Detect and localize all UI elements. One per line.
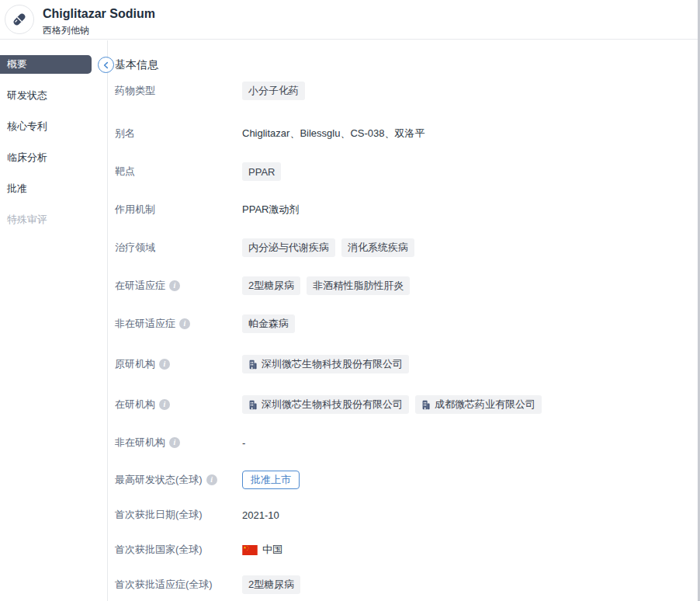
- page-title: Chiglitazar Sodium: [43, 7, 155, 21]
- field-value-text: -: [242, 437, 245, 449]
- field-row: 最高研发状态(全球)i批准上市: [115, 471, 685, 489]
- info-icon[interactable]: i: [179, 318, 190, 329]
- sidebar-item-3[interactable]: 临床分析: [0, 148, 92, 167]
- building-icon: [248, 400, 258, 410]
- chevron-left-icon: [102, 61, 111, 70]
- info-icon[interactable]: i: [169, 280, 180, 291]
- field-label: 非在研适应症i: [115, 317, 242, 331]
- info-icon[interactable]: i: [159, 399, 170, 410]
- field-label: 首次获批适应症(全球): [115, 578, 242, 592]
- building-icon: [421, 400, 431, 410]
- value-tag[interactable]: 内分泌与代谢疾病: [242, 238, 335, 257]
- field-label-text: 药物类型: [115, 84, 155, 98]
- sidebar: 概要研发状态核心专利临床分析批准特殊审评: [0, 40, 108, 601]
- field-row: 别名Chiglitazar、Bilessglu、CS-038、双洛平: [115, 124, 685, 143]
- field-label: 非在研机构i: [115, 436, 242, 450]
- field-row: 首次获批国家(全球)中国: [115, 540, 685, 559]
- field-label: 作用机制: [115, 203, 242, 217]
- value-tag[interactable]: 2型糖尿病: [242, 276, 300, 295]
- field-value-text: Chiglitazar、Bilessglu、CS-038、双洛平: [242, 127, 425, 141]
- building-icon: [248, 360, 258, 370]
- field-label: 在研机构i: [115, 398, 242, 412]
- value-tag[interactable]: 消化系统疾病: [341, 238, 414, 257]
- field-label: 首次获批日期(全球): [115, 508, 242, 522]
- field-value: 中国: [242, 543, 282, 557]
- value-tag[interactable]: 小分子化药: [242, 82, 305, 100]
- field-label-text: 靶点: [115, 165, 135, 179]
- field-row: 原研机构i深圳微芯生物科技股份有限公司: [115, 355, 685, 373]
- info-icon[interactable]: i: [159, 359, 170, 370]
- field-label-text: 原研机构: [115, 357, 155, 371]
- field-value: -: [242, 437, 245, 449]
- sidebar-item-1[interactable]: 研发状态: [0, 86, 92, 105]
- field-label: 治疗领域: [115, 241, 242, 255]
- field-row: 药物类型小分子化药: [115, 82, 685, 100]
- info-icon[interactable]: i: [169, 437, 180, 448]
- organization-tag[interactable]: 成都微芯药业有限公司: [415, 395, 542, 414]
- field-value: 2型糖尿病: [242, 575, 300, 594]
- china-flag-icon: [242, 545, 258, 555]
- field-label-text: 首次获批日期(全球): [115, 508, 203, 522]
- field-row: 治疗领域内分泌与代谢疾病消化系统疾病: [115, 238, 685, 257]
- sidebar-item-4[interactable]: 批准: [0, 179, 92, 198]
- value-tag[interactable]: 非酒精性脂肪性肝炎: [307, 276, 410, 295]
- field-row: 作用机制PPAR激动剂: [115, 200, 685, 219]
- field-label: 最高研发状态(全球)i: [115, 473, 242, 487]
- field-label-text: 最高研发状态(全球): [115, 473, 203, 487]
- status-badge[interactable]: 批准上市: [242, 471, 300, 489]
- field-label-text: 别名: [115, 127, 135, 141]
- organization-tag[interactable]: 深圳微芯生物科技股份有限公司: [242, 395, 409, 414]
- sidebar-item-0[interactable]: 概要: [0, 55, 92, 74]
- field-label: 靶点: [115, 165, 242, 179]
- field-row: 非在研适应症i帕金森病: [115, 314, 685, 333]
- field-row: 首次获批日期(全球)2021-10: [115, 505, 685, 524]
- page-subtitle: 西格列他钠: [43, 24, 89, 37]
- field-row: 靶点PPAR: [115, 162, 685, 181]
- field-label-text: 首次获批适应症(全球): [115, 578, 213, 592]
- field-value: 小分子化药: [242, 82, 305, 100]
- field-value: PPAR激动剂: [242, 203, 299, 217]
- field-value: 内分泌与代谢疾病消化系统疾病: [242, 238, 414, 257]
- value-tag[interactable]: 帕金森病: [242, 314, 295, 333]
- main-content: 基本信息 药物类型小分子化药别名Chiglitazar、Bilessglu、CS…: [108, 40, 698, 601]
- page-header: Chiglitazar Sodium 西格列他钠: [0, 0, 698, 40]
- sidebar-item-2[interactable]: 核心专利: [0, 117, 92, 136]
- info-icon[interactable]: i: [206, 474, 217, 485]
- field-row: 首次获批适应症(全球)2型糖尿病: [115, 575, 685, 594]
- field-label-text: 作用机制: [115, 203, 155, 217]
- field-row: 非在研机构i-: [115, 433, 685, 452]
- field-label-text: 在研适应症: [115, 279, 165, 293]
- basic-info-fields: 药物类型小分子化药别名Chiglitazar、Bilessglu、CS-038、…: [115, 82, 685, 594]
- field-label: 在研适应症i: [115, 279, 242, 293]
- field-row: 在研机构i深圳微芯生物科技股份有限公司成都微芯药业有限公司: [115, 395, 685, 414]
- organization-tag[interactable]: 深圳微芯生物科技股份有限公司: [242, 355, 409, 373]
- organization-name: 成都微芯药业有限公司: [435, 398, 535, 412]
- field-value: Chiglitazar、Bilessglu、CS-038、双洛平: [242, 127, 425, 141]
- value-tag[interactable]: 2型糖尿病: [242, 575, 300, 594]
- field-value: 帕金森病: [242, 314, 295, 333]
- field-value-text: PPAR激动剂: [242, 203, 299, 217]
- country-name: 中国: [262, 543, 282, 557]
- field-value: PPAR: [242, 162, 281, 181]
- drug-detail-page: Chiglitazar Sodium 西格列他钠 概要研发状态核心专利临床分析批…: [0, 0, 700, 601]
- country-value: 中国: [242, 543, 282, 557]
- pill-icon: [11, 11, 28, 28]
- field-label-text: 治疗领域: [115, 241, 155, 255]
- drug-avatar: [5, 5, 34, 34]
- field-value: 深圳微芯生物科技股份有限公司: [242, 355, 409, 373]
- china-flag: [242, 545, 258, 555]
- field-value: 2021-10: [242, 509, 279, 521]
- sidebar-item-5: 特殊审评: [0, 210, 92, 229]
- field-label-text: 首次获批国家(全球): [115, 543, 203, 557]
- field-label-text: 在研机构: [115, 398, 155, 412]
- value-tag[interactable]: PPAR: [242, 162, 281, 181]
- field-label: 药物类型: [115, 84, 242, 98]
- field-label: 首次获批国家(全球): [115, 543, 242, 557]
- organization-name: 深圳微芯生物科技股份有限公司: [262, 398, 403, 412]
- collapse-sidebar-button[interactable]: [98, 57, 114, 73]
- organization-name: 深圳微芯生物科技股份有限公司: [262, 357, 403, 371]
- section-title: 基本信息: [115, 55, 685, 74]
- field-label: 原研机构i: [115, 357, 242, 371]
- field-value: 2型糖尿病非酒精性脂肪性肝炎: [242, 276, 410, 295]
- field-label: 别名: [115, 127, 242, 141]
